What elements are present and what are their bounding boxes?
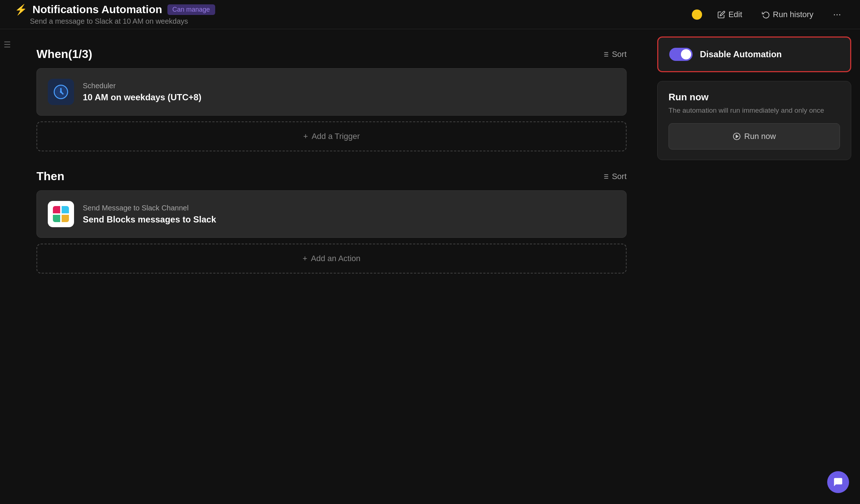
then-sort-icon — [602, 173, 609, 180]
disable-toggle[interactable] — [669, 48, 693, 61]
slack-action-card[interactable]: Send Message to Slack Channel Send Block… — [36, 190, 627, 238]
svg-point-8 — [60, 91, 62, 93]
slack-logo — [53, 206, 69, 222]
run-now-button[interactable]: Run now — [669, 123, 840, 150]
right-panel: Disable Automation Run now The automatio… — [648, 29, 860, 504]
header-subtitle: Send a message to Slack at 10 AM on week… — [30, 17, 692, 26]
edit-icon — [717, 11, 725, 19]
add-action-label: Add an Action — [311, 254, 361, 263]
run-now-description: The automation will run immediately and … — [669, 106, 840, 115]
scheduler-value: 10 AM on weekdays (UTC+8) — [83, 92, 201, 102]
run-now-icon — [733, 132, 741, 140]
then-sort-label: Sort — [612, 172, 627, 181]
hamburger-icon: ☰ — [4, 40, 11, 50]
sidebar-toggle[interactable]: ☰ — [0, 29, 15, 504]
run-history-button[interactable]: Run history — [758, 7, 818, 22]
main-layout: ☰ When(1/3) Sort — [0, 29, 860, 504]
edit-label: Edit — [728, 10, 742, 19]
chat-bubble[interactable] — [827, 471, 849, 493]
header-title-row: ⚡ Notifications Automation Can manage — [15, 3, 692, 16]
scheduler-label: Scheduler — [83, 82, 201, 90]
chat-icon — [833, 477, 844, 488]
when-sort-button[interactable]: Sort — [602, 50, 627, 59]
slack-card-text: Send Message to Slack Channel Send Block… — [83, 204, 216, 225]
more-options-button[interactable]: ··· — [829, 6, 845, 23]
plus-icon: + — [303, 132, 308, 141]
header-left: ⚡ Notifications Automation Can manage Se… — [15, 3, 692, 26]
then-title: Then — [36, 170, 64, 183]
slack-icon-container — [48, 201, 74, 227]
header: ⚡ Notifications Automation Can manage Se… — [0, 0, 860, 29]
when-title: When(1/3) — [36, 47, 92, 61]
when-section: When(1/3) Sort — [36, 47, 627, 151]
slack-q1 — [53, 206, 60, 213]
then-section-header: Then Sort — [36, 170, 627, 183]
scheduler-card-text: Scheduler 10 AM on weekdays (UTC+8) — [83, 82, 201, 102]
run-history-label: Run history — [773, 10, 813, 19]
bolt-icon: ⚡ — [15, 4, 27, 16]
toggle-thumb — [681, 49, 691, 59]
when-sort-label: Sort — [612, 50, 627, 59]
scheduler-card[interactable]: Scheduler 10 AM on weekdays (UTC+8) — [36, 68, 627, 116]
slack-action-label: Send Message to Slack Channel — [83, 204, 216, 212]
history-icon — [762, 11, 770, 19]
edit-button[interactable]: Edit — [713, 7, 747, 22]
run-now-card: Run now The automation will run immediat… — [657, 81, 851, 160]
header-right: Edit Run history ··· — [692, 6, 845, 23]
disable-label: Disable Automation — [700, 49, 782, 59]
scheduler-icon-container — [48, 79, 74, 105]
content-area: When(1/3) Sort — [15, 29, 648, 504]
svg-marker-16 — [736, 135, 738, 137]
add-action-button[interactable]: + Add an Action — [36, 244, 627, 274]
add-trigger-button[interactable]: + Add a Trigger — [36, 121, 627, 151]
slack-q4 — [62, 215, 69, 222]
slack-q2 — [62, 206, 69, 213]
disable-automation-card[interactable]: Disable Automation — [657, 36, 851, 72]
sort-icon — [602, 51, 609, 58]
add-plus-icon: + — [303, 254, 307, 263]
page-title: Notifications Automation — [32, 3, 162, 16]
then-sort-button[interactable]: Sort — [602, 172, 627, 181]
can-manage-badge: Can manage — [167, 4, 215, 15]
toggle-track — [669, 48, 693, 61]
slack-q3 — [53, 215, 60, 222]
status-indicator — [692, 9, 702, 20]
then-section: Then Sort — [36, 170, 627, 274]
slack-action-value: Send Blocks messages to Slack — [83, 214, 216, 225]
run-now-title: Run now — [669, 92, 840, 103]
clock-icon — [53, 84, 69, 100]
when-section-header: When(1/3) Sort — [36, 47, 627, 61]
run-now-btn-label: Run now — [744, 132, 776, 141]
add-trigger-label: Add a Trigger — [311, 132, 360, 141]
